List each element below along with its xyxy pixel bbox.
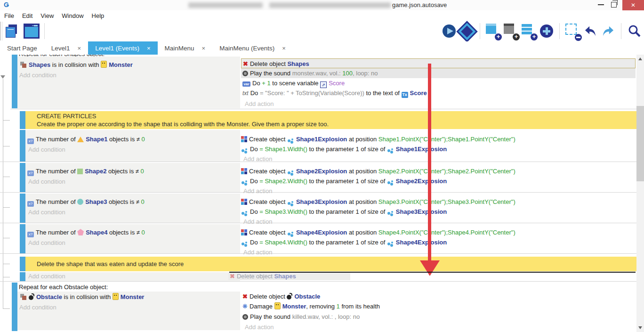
condition-count[interactable]: x?The number of Shape3 objects is ≠ 0 (27, 197, 145, 207)
add-condition-link[interactable]: Add condition (28, 177, 65, 186)
close-icon[interactable]: × (282, 45, 286, 52)
menu-file[interactable]: File (4, 12, 14, 19)
menu-window[interactable]: Window (62, 12, 83, 19)
restore-button[interactable] (611, 2, 617, 8)
close-button[interactable]: ✕ (622, 0, 644, 10)
action-delete-obstacle[interactable]: ✖Delete object Obstacle (241, 292, 636, 301)
delete-event-button[interactable] (564, 23, 580, 40)
event-drag-handle[interactable] (20, 224, 25, 253)
menu-help[interactable]: Help (92, 12, 105, 19)
event-shape3[interactable]: x?The number of Shape3 objects is ≠ 0 Ad… (0, 194, 636, 223)
event-shape4[interactable]: x?The number of Shape4 objects is ≠ 0 Ad… (0, 224, 636, 254)
action-scene-variable[interactable]: varDo + 1 to scene variable ⇗Score (241, 78, 636, 88)
event-drag-handle[interactable] (12, 55, 17, 108)
object-name: Monster (121, 293, 145, 300)
search-button[interactable] (626, 23, 642, 40)
scroll-up-icon[interactable] (638, 57, 642, 60)
scrollbar-thumb[interactable] (636, 106, 644, 181)
add-condition-link[interactable]: Add condition (28, 207, 65, 217)
action-set-text[interactable]: txtDo = "Score: " + ToString(Variable(Sc… (241, 88, 636, 98)
project-manager-button[interactable] (4, 23, 20, 40)
add-other-button[interactable] (539, 23, 555, 40)
debug-button[interactable] (459, 23, 475, 40)
condition-text: objects is (107, 229, 136, 236)
event-shape2[interactable]: x?The number of Shape2 objects is ≠ 0 Ad… (0, 163, 636, 193)
event-drag-handle[interactable] (20, 257, 25, 271)
action-create-object[interactable]: Create object Shape4Explosion at positio… (241, 227, 636, 237)
comment-delete-shape[interactable]: Delete the shape that was eaten and upda… (0, 257, 636, 271)
add-action-link[interactable]: Add action (241, 247, 636, 257)
event-repeat-obstacle[interactable]: Repeat for each Obstacle object: Obstacl… (0, 283, 636, 332)
gdevelop-window: Ǥ game.json.autosave ✕ File Edit View Wi… (0, 0, 644, 332)
condition-text: The number of (36, 168, 77, 175)
minimize-button[interactable] (598, 4, 604, 5)
condition-collision[interactable]: Obstacle is in collision with Monster (20, 292, 144, 302)
project-manager-icon (6, 24, 18, 38)
menu-view[interactable]: View (40, 12, 54, 19)
shape1-triangle-icon (77, 137, 84, 142)
add-comment-button[interactable]: + (521, 23, 537, 40)
condition-text: objects is (107, 136, 136, 143)
action-delete-shapes[interactable]: ✖Delete object Shapes (241, 58, 636, 68)
toolbar-gripper[interactable] (0, 22, 3, 40)
toolbar-separator (480, 23, 480, 39)
text-action-icon: txt (242, 90, 249, 97)
action-create-object[interactable]: Create object Shape1Explosion at positio… (241, 134, 636, 144)
add-action-link[interactable]: Add action (241, 322, 636, 332)
event-repeat-shapes[interactable]: Repeat for each Shapes object: Shapes is… (0, 55, 636, 109)
action-set-size[interactable]: Do = Shape4.Width() to the parameter 1 o… (241, 237, 636, 247)
action-set-size[interactable]: Do = Shape3.Width() to the parameter 1 o… (241, 207, 636, 217)
comment-create-particles[interactable]: CREATE PARTICLES Create the proper one a… (0, 111, 636, 129)
add-condition-link[interactable]: Add condition (19, 70, 56, 80)
condition-count[interactable]: x?The number of Shape1 objects is ≠ 0 (27, 134, 145, 144)
vertical-scrollbar[interactable] (636, 55, 644, 332)
scroll-down-icon[interactable] (638, 326, 642, 329)
scene-editor-button[interactable] (24, 23, 40, 40)
add-condition-link[interactable]: Add condition (28, 238, 65, 248)
event-drag-handle[interactable] (12, 283, 17, 331)
tab-start-page[interactable]: Start Page (0, 41, 44, 55)
particle-object-icon (288, 171, 290, 174)
action-play-sound[interactable]: Play the sound monster.wav, vol.: 100, l… (241, 68, 636, 78)
tab-mainmenu[interactable]: MainMenu× (158, 41, 213, 55)
tab-level1-events[interactable]: Level1 (Events)× (88, 41, 157, 55)
event-drag-handle[interactable] (20, 130, 25, 162)
event-drag-handle[interactable] (20, 111, 25, 129)
action-create-object[interactable]: Create object Shape3Explosion at positio… (241, 197, 636, 207)
event-header[interactable]: Repeat for each Obstacle object: (19, 283, 108, 291)
play-button[interactable] (441, 23, 457, 40)
toolbar-separator (621, 23, 621, 39)
add-action-link[interactable]: Add action (241, 154, 636, 164)
condition-count[interactable]: x?The number of Shape2 objects is ≠ 0 (27, 166, 144, 176)
tab-mainmenu-events[interactable]: MainMenu (Events)× (212, 41, 293, 55)
shape4-pentagon-icon (77, 229, 84, 235)
close-icon[interactable]: × (78, 45, 81, 52)
condition-count[interactable]: x?The number of Shape4 objects is ≠ 0 (27, 227, 145, 237)
action-create-object[interactable]: Create object Shape2Explosion at positio… (241, 166, 636, 176)
expression: Shape4.PointX("Center");Shape4.PointY("C… (378, 229, 515, 236)
add-event-button[interactable]: + (485, 23, 501, 40)
monster-icon (274, 302, 281, 309)
action-set-size[interactable]: Do = Shape1.Width() to the parameter 1 o… (241, 144, 636, 154)
event-drag-handle[interactable] (20, 163, 25, 192)
event-drag-handle[interactable] (20, 272, 25, 281)
add-sub-event-button[interactable]: + (503, 23, 519, 40)
add-condition-link[interactable]: Add condition (28, 272, 65, 281)
menu-edit[interactable]: Edit (22, 12, 32, 19)
add-condition-link[interactable]: Add condition (19, 302, 56, 312)
tab-level1[interactable]: Level1× (44, 41, 88, 55)
add-action-link[interactable]: Add action (241, 99, 636, 109)
event-shape1[interactable]: x?The number of Shape1 objects is ≠ 0 Ad… (0, 130, 636, 162)
event-drag-handle[interactable] (20, 194, 25, 223)
close-icon[interactable]: × (147, 45, 151, 52)
add-condition-link[interactable]: Add condition (28, 145, 65, 154)
delete-icon: ✖ (243, 60, 248, 67)
action-damage-monster[interactable]: ❋Damage Monster, removing 1 from its hea… (241, 301, 636, 311)
action-play-sound[interactable]: Play the sound killed.wav, vol.: , loop:… (241, 312, 636, 322)
close-icon[interactable]: × (202, 45, 206, 52)
undo-button[interactable] (582, 23, 598, 40)
redo-button[interactable] (600, 23, 616, 40)
condition-collision[interactable]: Shapes is in collision with Monster (20, 60, 133, 70)
red-arrow (428, 64, 431, 260)
action-set-size[interactable]: Do = Shape2.Width() to the parameter 1 o… (241, 176, 636, 186)
